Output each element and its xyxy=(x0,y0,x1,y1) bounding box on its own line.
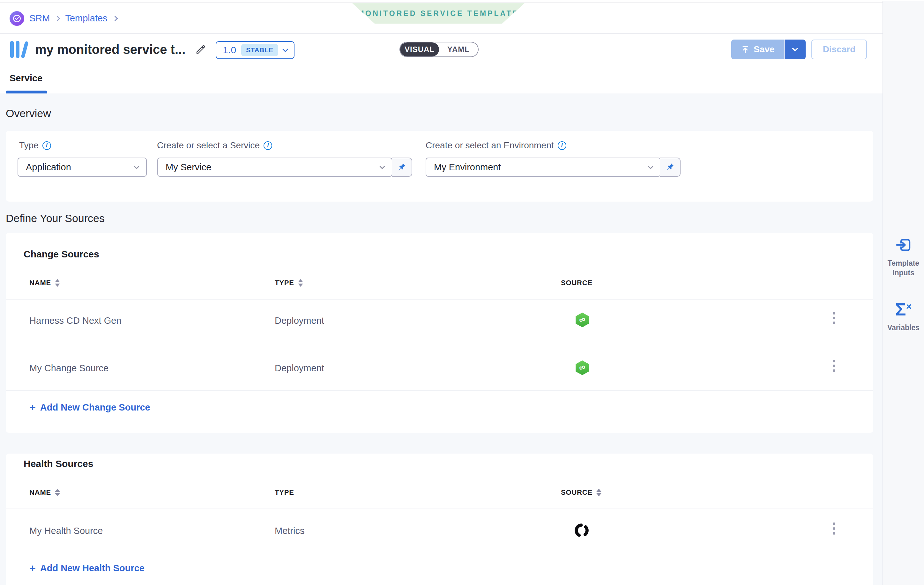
breadcrumb-templates[interactable]: Templates xyxy=(65,13,107,24)
row-menu-button[interactable] xyxy=(831,521,837,537)
right-toolbar: Template Inputs Σ × Variables xyxy=(883,1,924,585)
template-inputs-label: Template xyxy=(888,259,919,268)
toggle-visual[interactable]: VISUAL xyxy=(400,43,439,56)
sigma-x-icon: Σ × xyxy=(895,300,912,318)
harness-cd-icon: ∞ xyxy=(574,360,590,376)
save-options-button[interactable] xyxy=(785,40,806,59)
row-menu-button[interactable] xyxy=(831,310,837,326)
health-sources-heading: Health Sources xyxy=(24,458,93,469)
sort-icon[interactable] xyxy=(298,279,303,287)
visual-yaml-toggle: VISUAL YAML xyxy=(399,42,478,57)
gauge-check-icon xyxy=(12,14,22,23)
change-source-type: Deployment xyxy=(275,363,324,374)
pushpin-icon xyxy=(665,162,675,172)
version-stable-badge: STABLE xyxy=(241,44,278,56)
divider xyxy=(6,391,873,391)
health-source-type: Metrics xyxy=(275,526,304,536)
save-button[interactable]: Save xyxy=(731,40,784,59)
sort-icon[interactable] xyxy=(596,489,601,496)
change-sources-heading: Change Sources xyxy=(24,249,99,260)
variables-label: Variables xyxy=(887,323,919,332)
column-header-source: SOURCE xyxy=(561,279,592,287)
tab-bar: Service xyxy=(0,65,883,94)
page-title: my monitored service t... xyxy=(35,43,185,57)
service-label: Create or select a Service i xyxy=(157,140,272,150)
template-type-badge: MONITORED SERVICE TEMPLATE xyxy=(352,3,525,24)
main-content: Overview Type i Application Create or se… xyxy=(0,94,883,585)
template-library-icon xyxy=(10,40,28,59)
upload-icon xyxy=(741,45,750,54)
sort-icon[interactable] xyxy=(55,489,60,496)
add-change-source-button[interactable]: + Add New Change Source xyxy=(29,401,150,414)
type-select[interactable]: Application xyxy=(18,158,147,177)
chevron-down-icon xyxy=(792,45,798,52)
srm-logo-icon[interactable] xyxy=(10,11,24,26)
add-health-source-button[interactable]: + Add New Health Source xyxy=(29,562,145,575)
info-icon[interactable]: i xyxy=(558,141,566,150)
health-sources-card: Health Sources NAME TYPE SOURCE My Healt… xyxy=(6,453,873,585)
discard-button[interactable]: Discard xyxy=(811,40,867,59)
change-sources-card: Change Sources NAME TYPE SOURCE Harness … xyxy=(6,233,873,433)
sort-icon[interactable] xyxy=(55,279,60,287)
row-menu-button[interactable] xyxy=(831,358,837,374)
plus-icon: + xyxy=(29,401,36,414)
badge-label: MONITORED SERVICE TEMPLATE xyxy=(358,9,519,18)
version-number: 1.0 xyxy=(223,44,236,56)
breadcrumb-srm[interactable]: SRM xyxy=(29,13,50,24)
service-select[interactable]: My Service xyxy=(157,158,393,177)
chevron-down-icon xyxy=(380,164,385,170)
save-label: Save xyxy=(754,44,774,54)
change-source-name: Harness CD Next Gen xyxy=(29,315,122,326)
column-header-source: SOURCE xyxy=(561,488,601,497)
type-label: Type i xyxy=(19,140,51,150)
divider xyxy=(6,341,873,341)
toggle-yaml[interactable]: YAML xyxy=(439,43,478,56)
active-tab-indicator xyxy=(6,91,47,94)
chevron-down-icon xyxy=(134,164,139,170)
change-source-name: My Change Source xyxy=(29,363,109,374)
chevron-down-icon xyxy=(282,46,288,52)
health-source-name: My Health Source xyxy=(29,526,103,536)
pin-environment-button[interactable] xyxy=(660,158,681,177)
chevron-right-icon xyxy=(55,16,60,21)
info-icon[interactable]: i xyxy=(264,141,272,150)
column-header-name: NAME xyxy=(29,279,60,287)
template-inputs-icon xyxy=(895,236,912,254)
pushpin-icon xyxy=(397,162,406,172)
chevron-right-icon xyxy=(112,16,118,21)
version-selector[interactable]: 1.0 STABLE xyxy=(216,41,294,59)
plus-icon: + xyxy=(29,562,36,575)
template-inputs-button[interactable]: Template Inputs xyxy=(883,236,924,277)
overview-heading: Overview xyxy=(6,107,51,120)
chevron-down-icon xyxy=(648,164,653,170)
environment-select[interactable]: My Environment xyxy=(426,158,661,177)
harness-cd-icon: ∞ xyxy=(574,312,590,328)
column-header-type: TYPE xyxy=(275,279,303,287)
variables-button[interactable]: Σ × Variables xyxy=(883,300,924,332)
appdynamics-icon xyxy=(573,522,590,539)
edit-pencil-icon[interactable] xyxy=(195,44,206,55)
discard-label: Discard xyxy=(823,44,856,54)
environment-label: Create or select an Environment i xyxy=(426,140,566,150)
info-icon[interactable]: i xyxy=(43,141,51,150)
column-header-name: NAME xyxy=(29,488,60,497)
change-source-type: Deployment xyxy=(275,315,324,326)
divider xyxy=(6,299,873,300)
tab-service[interactable]: Service xyxy=(10,73,43,84)
pin-service-button[interactable] xyxy=(392,158,412,177)
overview-card: Type i Application Create or select a Se… xyxy=(6,131,873,202)
column-header-type: TYPE xyxy=(275,488,294,497)
define-sources-heading: Define Your Sources xyxy=(6,212,105,224)
